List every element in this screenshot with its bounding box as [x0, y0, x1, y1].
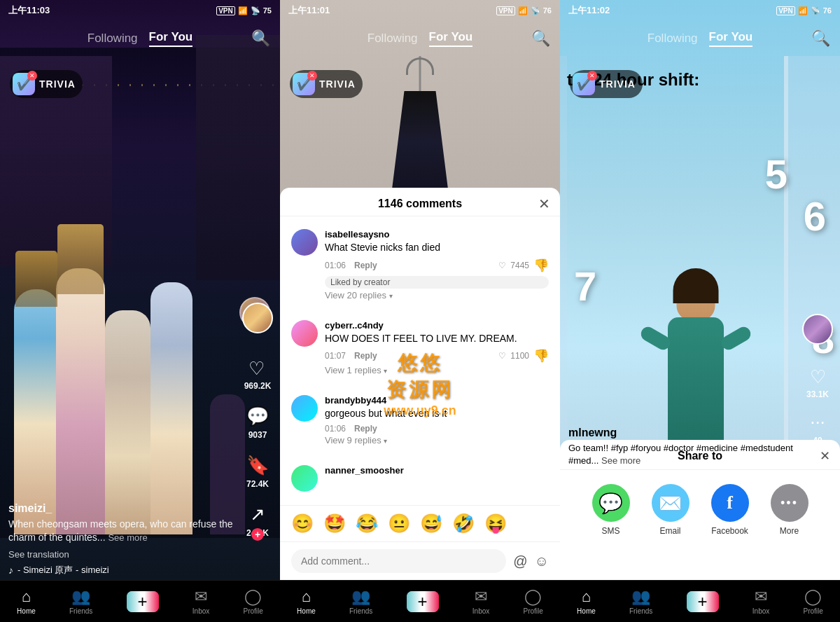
follow-plus-1[interactable]: +: [251, 528, 264, 541]
search-icon-2[interactable]: 🔍: [531, 29, 550, 48]
nav-following-3[interactable]: Following: [648, 32, 698, 46]
emoji-1[interactable]: 🤩: [323, 513, 346, 534]
create-button-2[interactable]: +: [407, 591, 439, 612]
avatar-3: [802, 314, 833, 345]
tab-home-2[interactable]: ⌂ Home: [297, 588, 316, 615]
emoji-3[interactable]: 😐: [388, 513, 410, 534]
reply-button-2[interactable]: Reply: [354, 424, 377, 434]
home-icon-2: ⌂: [302, 588, 311, 606]
comment-meta-0: 01:06 Reply ♡ 7445 👎: [325, 258, 549, 273]
reply-button-1[interactable]: Reply: [354, 351, 377, 361]
nav-following-1[interactable]: Following: [88, 32, 138, 46]
see-more-3[interactable]: See more: [601, 455, 640, 466]
comment-username-3[interactable]: nanner_smoosher: [325, 465, 549, 476]
view-replies-1[interactable]: View 1 replies ▾: [325, 364, 549, 381]
dislike-icon-0[interactable]: 👎: [533, 258, 549, 273]
status-bar-3: 上午11:02 VPN 📶 📡 76: [560, 0, 840, 21]
tab-home-1[interactable]: ⌂ Home: [17, 588, 36, 615]
comment-username-1[interactable]: cyberr..c4ndy: [325, 320, 549, 331]
comment-text-0: What Stevie nicks fan died: [325, 241, 549, 255]
heart-icon-3[interactable]: ♡: [805, 364, 830, 389]
overlay-7: 7: [574, 263, 596, 310]
friends-label-2: Friends: [349, 607, 372, 615]
share-sms[interactable]: 💬 SMS: [592, 484, 630, 536]
username-1[interactable]: simeizi_: [8, 502, 238, 515]
bookmark-container-1[interactable]: 🔖 72.4K: [245, 452, 270, 489]
dislike-icon-1[interactable]: 👎: [533, 348, 549, 364]
comments-close-button[interactable]: ✕: [538, 195, 550, 212]
nav-following-2[interactable]: Following: [368, 32, 418, 46]
chevron-down-icon-0: ▾: [389, 292, 393, 300]
tab-friends-3[interactable]: 👥 Friends: [629, 588, 652, 615]
profile-icon-1: ◯: [244, 588, 262, 606]
vpn-icon-2: VPN: [496, 6, 515, 15]
chevron-down-icon-1: ▾: [384, 367, 387, 375]
comment-likes-0: ♡ 7445 👎: [498, 258, 549, 273]
emoji-0[interactable]: 😊: [291, 513, 314, 534]
nav-foryou-3[interactable]: For You: [709, 30, 753, 47]
comment-input-field[interactable]: [291, 549, 506, 573]
emoji-picker-icon[interactable]: ☺: [535, 553, 549, 569]
comment-item-1: cyberr..c4ndy HOW DOES IT FEEL TO LIVE M…: [280, 313, 560, 389]
search-icon-1[interactable]: 🔍: [251, 29, 270, 48]
tab-home-3[interactable]: ⌂ Home: [577, 588, 596, 615]
see-more-1[interactable]: See more: [108, 532, 147, 543]
emoji-6[interactable]: 😝: [484, 513, 507, 534]
tab-inbox-3[interactable]: ✉ Inbox: [752, 588, 769, 615]
facebook-label: Facebook: [711, 526, 748, 536]
tab-friends-1[interactable]: 👥 Friends: [69, 588, 92, 615]
view-replies-2[interactable]: View 9 replies ▾: [325, 434, 549, 451]
tab-create-3[interactable]: +: [687, 591, 719, 612]
comment-avatar-0: [291, 229, 318, 256]
overlay-6: 6: [804, 193, 826, 240]
tab-create-1[interactable]: +: [127, 591, 159, 612]
trivia-badge-3[interactable]: ✔️ ✕ TRIVIA: [570, 70, 643, 98]
bottom-tab-1: ⌂ Home 👥 Friends + ✉ Inbox ◯ Profile: [0, 580, 280, 622]
tab-create-2[interactable]: +: [407, 591, 439, 612]
nav-foryou-2[interactable]: For You: [429, 30, 473, 47]
view-replies-0[interactable]: View 20 replies ▾: [325, 289, 549, 306]
emoji-2[interactable]: 😂: [356, 513, 378, 534]
create-button-1[interactable]: +: [127, 591, 159, 612]
comment-username-0[interactable]: isabellesaysno: [325, 229, 549, 240]
share-more[interactable]: ••• More: [771, 484, 808, 536]
avatar-item-3[interactable]: +: [802, 314, 833, 345]
signal-icon-3: 📶: [798, 6, 808, 15]
comment-text-1: HOW DOES IT FEEL TO LIVE MY. DREAM.: [325, 332, 549, 346]
search-icon-3[interactable]: 🔍: [811, 29, 830, 48]
trivia-badge-2[interactable]: ✔️ ✕ TRIVIA: [290, 70, 363, 98]
create-button-3[interactable]: +: [687, 591, 719, 612]
tab-friends-2[interactable]: 👥 Friends: [349, 588, 372, 615]
tab-profile-1[interactable]: ◯ Profile: [244, 588, 263, 615]
tab-profile-2[interactable]: ◯ Profile: [524, 588, 543, 615]
inbox-label-2: Inbox: [472, 607, 489, 615]
tab-inbox-2[interactable]: ✉ Inbox: [472, 588, 489, 615]
audio-info-1[interactable]: ♪ - Simeizi 原声 - simeizi: [8, 564, 238, 576]
see-translation-1[interactable]: See translation: [8, 549, 238, 560]
comment-body-2: brandybby444 gorgeous but what even is i…: [325, 395, 549, 451]
at-icon[interactable]: @: [513, 553, 527, 569]
nav-foryou-1[interactable]: For You: [149, 30, 193, 47]
share-email[interactable]: ✉️ Email: [652, 484, 690, 536]
share-close-button[interactable]: ✕: [820, 448, 830, 464]
friends-label-1: Friends: [69, 607, 92, 615]
reply-button-0[interactable]: Reply: [354, 261, 377, 270]
username-3[interactable]: mlnewng: [568, 427, 798, 439]
emoji-5[interactable]: 🤣: [452, 513, 475, 534]
status-icons-3: VPN 📶 📡 76: [776, 6, 832, 15]
phone-panel-2: 上午11:01 VPN 📶 📡 76 Following For You 🔍 ✔…: [280, 0, 560, 622]
tab-inbox-1[interactable]: ✉ Inbox: [192, 588, 209, 615]
heart-icon-1[interactable]: ♡: [244, 356, 270, 381]
inbox-label-1: Inbox: [192, 607, 209, 615]
trivia-close-icon-2: ✕: [307, 71, 317, 81]
avatar-item-1[interactable]: +: [242, 303, 273, 333]
tab-profile-3[interactable]: ◯ Profile: [804, 588, 823, 615]
avatar-1: [242, 303, 273, 333]
share-facebook[interactable]: f Facebook: [711, 484, 749, 536]
sms-icon: 💬: [592, 484, 630, 522]
friends-label-3: Friends: [629, 607, 652, 615]
comment-username-2[interactable]: brandybby444: [325, 395, 549, 406]
emoji-4[interactable]: 😅: [420, 513, 442, 534]
trivia-badge-1[interactable]: ✔️ ✕ TRIVIA: [10, 70, 83, 98]
comment-container-1[interactable]: 💬 9037: [245, 403, 270, 440]
